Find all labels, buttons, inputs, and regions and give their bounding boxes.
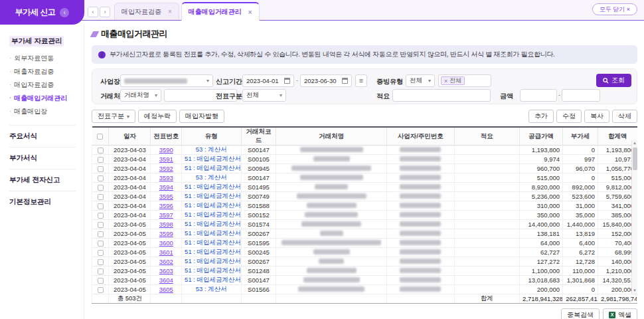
tab-next-button[interactable]: › <box>100 7 110 17</box>
slip-no-link[interactable]: 3594 <box>159 183 173 191</box>
tab-active[interactable]: 매출매입거래관리× <box>181 2 260 21</box>
slip-no-link[interactable]: 3595 <box>159 193 173 200</box>
calendar-icon[interactable] <box>342 78 348 84</box>
toolbar-button-1[interactable]: 예정누락 <box>138 110 177 123</box>
slip-no-link[interactable]: 3603 <box>159 267 173 274</box>
slip-no-link[interactable]: 3598 <box>159 221 173 228</box>
tag-remove-icon[interactable]: × <box>444 78 447 84</box>
header-checkbox[interactable] <box>97 134 103 140</box>
row-checkbox-cell <box>92 220 109 229</box>
tab-inactive[interactable]: 매입자료검증× <box>114 3 179 20</box>
excel-button[interactable]: X 엑셀 <box>603 308 637 319</box>
memo-input[interactable] <box>392 89 491 102</box>
tab-prev-button[interactable]: ‹ <box>88 7 98 17</box>
sidebar-section[interactable]: 부가서식 <box>9 147 76 169</box>
memo-cell <box>454 239 520 248</box>
row-checkbox[interactable] <box>98 185 104 191</box>
calendar-icon[interactable] <box>284 78 290 84</box>
tab-close-icon[interactable]: × <box>248 9 252 16</box>
vat-cell: 0 <box>563 173 598 183</box>
sidebar-section[interactable]: 부가세 전자신고 <box>9 169 76 191</box>
vat-cell: 892,000 <box>563 183 598 192</box>
toolbar-button-2[interactable]: 매입자발행 <box>179 110 224 123</box>
sidebar-section[interactable]: 기본정보관리 <box>9 191 76 213</box>
row-checkbox[interactable] <box>98 222 104 228</box>
period-dash: - <box>296 77 298 84</box>
row-checkbox[interactable] <box>98 278 104 284</box>
edit-button[interactable]: 수정 <box>556 110 582 123</box>
row-checkbox[interactable] <box>98 259 104 265</box>
row-checkbox-cell <box>92 239 109 248</box>
copy-button[interactable]: 복사 <box>584 110 609 123</box>
sidebar-collapse-button[interactable]: ‹ <box>60 8 69 17</box>
amount-from-input[interactable] <box>520 89 557 102</box>
search-icon <box>603 78 609 84</box>
slip-no-link[interactable]: 3601 <box>159 249 173 256</box>
row-checkbox[interactable] <box>98 194 104 200</box>
sidebar-item[interactable]: 매출매입거래관리 <box>9 92 76 105</box>
table-scrollbar[interactable]: ▲ ▼ <box>631 140 637 294</box>
slip-no-link[interactable]: 3591 <box>159 156 173 163</box>
evidence-tag-box[interactable]: × 전체 <box>438 74 491 87</box>
supply-cell: 960,700 <box>520 164 563 173</box>
row-checkbox[interactable] <box>98 250 104 256</box>
period-options-button[interactable]: ≡ <box>355 74 367 87</box>
row-checkbox[interactable] <box>98 203 104 209</box>
business-label: 사업장 <box>100 77 120 86</box>
slip-no-link[interactable]: 3593 <box>159 174 173 181</box>
slip-no-link[interactable]: 3605 <box>159 286 173 293</box>
sidebar-item[interactable]: 매출자료검증 <box>9 65 76 78</box>
row-checkbox-cell <box>92 211 109 220</box>
vat-cell: 13,819 <box>563 229 598 239</box>
close-all-button[interactable]: 모두 닫기 × <box>592 3 637 15</box>
scrollbar-thumb[interactable] <box>633 148 637 170</box>
sidebar-item[interactable]: 매입자료검증 <box>9 78 76 92</box>
slip-no-link[interactable]: 3592 <box>159 165 173 172</box>
duplicate-search-button[interactable]: 중복검색 <box>561 308 600 319</box>
vendor-type-select[interactable]: 거래처명 ▾ <box>120 89 161 102</box>
slip-no-link[interactable]: 3590 <box>159 146 173 154</box>
table-row: 2023-04-05360553 : 계산서S01566200,0000200,… <box>92 285 637 294</box>
slip-select[interactable]: 전체 ▾ <box>242 89 286 102</box>
slip-no-link[interactable]: 3604 <box>159 276 173 284</box>
row-checkbox[interactable] <box>98 166 104 172</box>
row-checkbox[interactable] <box>98 213 104 219</box>
toolbar-button-0[interactable]: 전표구분▾ <box>92 110 135 123</box>
evidence-select[interactable]: 전체 ▾ <box>406 74 435 87</box>
row-checkbox[interactable] <box>98 148 104 154</box>
row-checkbox[interactable] <box>98 241 104 247</box>
tab-close-icon[interactable]: × <box>168 8 172 15</box>
vat-cell: 6,272 <box>563 248 598 257</box>
period-from-input[interactable]: 2023-04-01 <box>242 74 294 87</box>
redacted-text <box>400 231 441 236</box>
vendor-type-value: 거래처명 <box>124 91 149 100</box>
table-footer-row: 총 503건합계2,718,941,328262,857,4122,981,79… <box>92 294 637 304</box>
slip-no-link[interactable]: 3599 <box>159 230 173 237</box>
row-checkbox-cell <box>92 276 109 285</box>
vendor-code-cell: S00147 <box>241 276 276 285</box>
memo-cell <box>454 173 520 183</box>
sidebar-item[interactable]: 매출매입장 <box>9 105 76 118</box>
search-button[interactable]: 조회 <box>596 74 631 87</box>
slip-no-link[interactable]: 3596 <box>159 202 173 209</box>
scroll-up-icon[interactable]: ▲ <box>633 140 637 146</box>
vendor-code-cell: S00105 <box>241 155 276 164</box>
row-checkbox[interactable] <box>98 268 104 274</box>
row-checkbox[interactable] <box>98 157 104 163</box>
row-checkbox[interactable] <box>98 231 104 237</box>
period-to-input[interactable]: 2023-06-30 <box>300 74 352 87</box>
slip-no-link[interactable]: 3600 <box>159 239 173 247</box>
sidebar-item[interactable]: 외부자료연동 <box>9 52 76 65</box>
delete-button[interactable]: 삭제 <box>612 110 637 123</box>
add-button[interactable]: 추가 <box>528 110 554 123</box>
amount-to-input[interactable] <box>562 89 600 102</box>
slip-no-link[interactable]: 3597 <box>159 211 173 219</box>
business-select[interactable]: ▾ <box>120 74 213 87</box>
row-checkbox[interactable] <box>98 287 104 293</box>
sidebar-section[interactable]: 주요서식 <box>9 125 76 147</box>
scroll-down-icon[interactable]: ▼ <box>633 288 637 294</box>
slip-no-link[interactable]: 3602 <box>159 258 173 265</box>
sidebar-section-vat-data[interactable]: 부가세 자료관리 <box>9 36 64 47</box>
slip-no-cell: 3605 <box>151 285 182 294</box>
row-checkbox[interactable] <box>98 175 104 181</box>
